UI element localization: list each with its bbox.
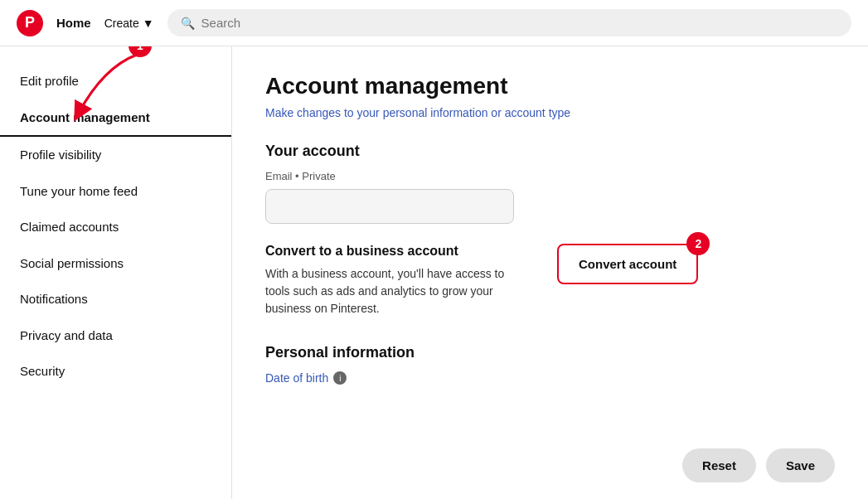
convert-text-block: Convert to a business account With a bus… [265, 244, 531, 317]
footer-buttons: Reset Save [682, 448, 835, 482]
save-button[interactable]: Save [766, 448, 835, 482]
convert-section: Convert to a business account With a bus… [265, 244, 835, 317]
convert-description: With a business account, you'll have acc… [265, 265, 531, 317]
search-bar[interactable]: 🔍 [167, 9, 851, 36]
email-label: Email • Private [265, 170, 835, 182]
sidebar-item-notifications[interactable]: Notifications [0, 281, 231, 317]
top-navigation: P Home Create ▼ 🔍 [0, 0, 868, 46]
sidebar: 1 Edit profile Account management Profil… [0, 46, 232, 499]
search-icon: 🔍 [181, 17, 195, 30]
sidebar-item-social-permissions[interactable]: Social permissions [0, 245, 231, 282]
your-account-heading: Your account [265, 143, 835, 160]
annotation-1-badge-wrapper: 1 [129, 46, 152, 57]
create-menu[interactable]: Create ▼ [104, 17, 154, 30]
pinterest-logo[interactable]: P [17, 10, 43, 36]
annotation-badge-2: 2 [686, 232, 710, 255]
sidebar-item-security[interactable]: Security [0, 353, 231, 390]
email-input[interactable] [265, 189, 514, 224]
sidebar-item-profile-visibility[interactable]: Profile visibility [0, 137, 231, 173]
page-title: Account management [265, 73, 835, 99]
search-input[interactable] [201, 16, 838, 30]
page-layout: 1 Edit profile Account management Profil… [0, 46, 868, 499]
reset-button[interactable]: Reset [682, 448, 756, 482]
convert-button-wrapper: 2 Convert account [557, 244, 698, 284]
info-icon[interactable]: i [333, 371, 347, 385]
annotation-arrow-1 [54, 51, 153, 125]
convert-account-button[interactable]: Convert account [557, 244, 698, 284]
personal-info-heading: Personal information [265, 344, 835, 361]
annotation-badge-2-wrapper: 2 [686, 232, 710, 255]
dob-label-text: Date of birth [265, 371, 328, 385]
sidebar-item-privacy-data[interactable]: Privacy and data [0, 317, 231, 354]
dob-row: Date of birth i [265, 371, 835, 385]
convert-heading: Convert to a business account [265, 244, 531, 259]
main-content: Account management Make changes to your … [232, 46, 868, 499]
page-subtitle: Make changes to your personal informatio… [265, 106, 835, 119]
chevron-down-icon: ▼ [143, 17, 154, 30]
create-label: Create [104, 17, 139, 30]
sidebar-item-claimed-accounts[interactable]: Claimed accounts [0, 209, 231, 245]
home-link[interactable]: Home [56, 16, 91, 30]
sidebar-item-tune-home-feed[interactable]: Tune your home feed [0, 173, 231, 210]
sidebar-annotation: 1 Edit profile Account management Profil… [0, 63, 231, 390]
